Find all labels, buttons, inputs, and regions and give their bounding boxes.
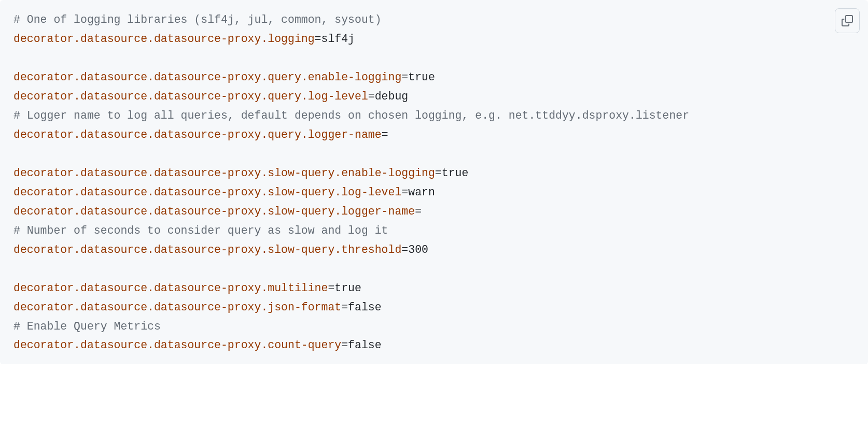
property-key: decorator.datasource.datasource-proxy.qu… xyxy=(13,129,382,141)
equals-sign: = xyxy=(415,205,422,218)
property-value: 300 xyxy=(408,244,428,256)
property-key: decorator.datasource.datasource-proxy.qu… xyxy=(13,71,401,83)
property-value: debug xyxy=(375,90,409,103)
comment: # Logger name to log all queries, defaul… xyxy=(13,109,689,122)
property-value: true xyxy=(442,167,469,179)
code-block: # One of logging libraries (slf4j, jul, … xyxy=(13,10,855,355)
code-line: decorator.datasource.datasource-proxy.lo… xyxy=(13,30,855,49)
property-key: decorator.datasource.datasource-proxy.qu… xyxy=(13,90,368,103)
code-line xyxy=(13,260,855,279)
code-scroll-area[interactable]: # One of logging libraries (slf4j, jul, … xyxy=(0,0,868,364)
equals-sign: = xyxy=(341,301,348,313)
code-line: decorator.datasource.datasource-proxy.sl… xyxy=(13,240,855,260)
equals-sign: = xyxy=(401,244,408,256)
property-value: false xyxy=(348,301,382,313)
code-line: decorator.datasource.datasource-proxy.qu… xyxy=(13,68,855,87)
equals-sign: = xyxy=(328,282,334,294)
code-line: # Logger name to log all queries, defaul… xyxy=(13,106,855,125)
code-block-container: # One of logging libraries (slf4j, jul, … xyxy=(0,0,868,364)
property-key: decorator.datasource.datasource-proxy.lo… xyxy=(13,33,315,45)
copy-button[interactable] xyxy=(835,8,860,33)
property-value: false xyxy=(348,339,382,351)
equals-sign: = xyxy=(435,167,442,179)
code-line: decorator.datasource.datasource-proxy.js… xyxy=(13,298,855,317)
code-line: # Number of seconds to consider query as… xyxy=(13,221,855,240)
property-value: true xyxy=(408,71,435,83)
property-key: decorator.datasource.datasource-proxy.sl… xyxy=(13,167,435,179)
copy-icon xyxy=(842,15,853,26)
property-value: slf4j xyxy=(321,33,355,45)
property-key: decorator.datasource.datasource-proxy.co… xyxy=(13,339,341,351)
code-line: decorator.datasource.datasource-proxy.sl… xyxy=(13,164,855,183)
equals-sign: = xyxy=(382,129,388,141)
property-value: warn xyxy=(408,186,435,198)
property-value: true xyxy=(334,282,361,294)
code-line xyxy=(13,145,855,164)
equals-sign: = xyxy=(401,71,408,83)
property-key: decorator.datasource.datasource-proxy.sl… xyxy=(13,186,401,198)
code-line: decorator.datasource.datasource-proxy.qu… xyxy=(13,87,855,106)
property-key: decorator.datasource.datasource-proxy.js… xyxy=(13,301,341,313)
code-line: decorator.datasource.datasource-proxy.sl… xyxy=(13,183,855,202)
code-line: # One of logging libraries (slf4j, jul, … xyxy=(13,10,855,30)
code-line: decorator.datasource.datasource-proxy.qu… xyxy=(13,125,855,145)
equals-sign: = xyxy=(341,339,348,351)
property-key: decorator.datasource.datasource-proxy.mu… xyxy=(13,282,328,294)
code-line: decorator.datasource.datasource-proxy.mu… xyxy=(13,279,855,298)
property-key: decorator.datasource.datasource-proxy.sl… xyxy=(13,205,415,218)
equals-sign: = xyxy=(401,186,408,198)
code-line: decorator.datasource.datasource-proxy.co… xyxy=(13,336,855,355)
comment: # One of logging libraries (slf4j, jul, … xyxy=(13,13,382,26)
comment: # Enable Query Metrics xyxy=(13,320,161,333)
code-line: decorator.datasource.datasource-proxy.sl… xyxy=(13,202,855,221)
comment: # Number of seconds to consider query as… xyxy=(13,224,388,237)
code-line xyxy=(13,49,855,68)
property-key: decorator.datasource.datasource-proxy.sl… xyxy=(13,244,401,256)
code-line: # Enable Query Metrics xyxy=(13,317,855,336)
equals-sign: = xyxy=(315,33,321,45)
equals-sign: = xyxy=(368,90,375,103)
